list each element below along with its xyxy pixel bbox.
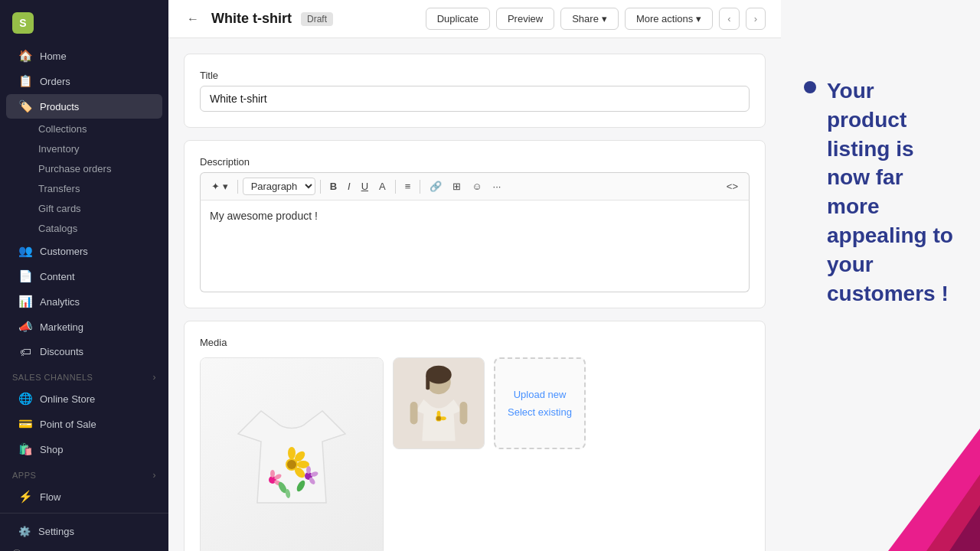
- sidebar-item-analytics[interactable]: 📊 Analytics: [6, 289, 162, 314]
- toolbar-sep-3: [395, 180, 396, 194]
- sidebar-item-pos[interactable]: 💳 Point of Sale: [6, 412, 162, 436]
- sidebar-sub-products: Collections Inventory Purchase orders Tr…: [0, 119, 168, 238]
- sidebar-item-online-store[interactable]: 🌐 Online Store: [6, 386, 162, 411]
- sidebar-item-shop[interactable]: 🛍️ Shop: [6, 437, 162, 461]
- topbar-actions: Duplicate Preview Share ▾ More actions ▾…: [426, 8, 766, 30]
- bold-button[interactable]: B: [325, 178, 341, 194]
- sidebar-settings[interactable]: ⚙️ Settings: [6, 520, 162, 543]
- sidebar: S 🏠 Home 📋 Orders 🏷️ Products Collection…: [0, 0, 168, 551]
- sidebar-item-products[interactable]: 🏷️ Products: [6, 94, 162, 119]
- sidebar-item-home[interactable]: 🏠 Home: [6, 44, 162, 68]
- title-input[interactable]: [200, 86, 750, 112]
- products-icon: 🏷️: [18, 99, 32, 113]
- toolbar-sep-1: [237, 180, 238, 194]
- description-card: Description ✦ ▾ Paragraph B I U A ≡ 🔗: [184, 140, 766, 308]
- sidebar-item-flow-label: Flow: [40, 491, 60, 503]
- analytics-icon: 📊: [18, 295, 32, 308]
- sidebar-item-marketing-label: Marketing: [40, 321, 83, 333]
- nav-next-button[interactable]: ›: [746, 8, 766, 30]
- media-grid: Upload new Select existing: [200, 357, 750, 551]
- share-button[interactable]: Share ▾: [560, 8, 619, 30]
- media-label: Media: [200, 337, 750, 348]
- share-chevron-icon: ▾: [602, 13, 607, 24]
- sidebar-item-content-label: Content: [40, 271, 75, 282]
- underline-button[interactable]: U: [357, 178, 373, 194]
- sidebar-item-orders[interactable]: 📋 Orders: [6, 69, 162, 93]
- model-svg: [394, 357, 484, 449]
- sidebar-item-inventory[interactable]: Inventory: [32, 139, 168, 158]
- media-upload-area[interactable]: Upload new Select existing: [494, 357, 586, 449]
- draft-badge: Draft: [301, 12, 333, 26]
- svg-point-24: [436, 416, 441, 421]
- settings-label: Settings: [38, 526, 74, 537]
- sidebar-item-customers-label: Customers: [40, 246, 88, 257]
- svg-point-23: [440, 416, 446, 420]
- duplicate-button[interactable]: Duplicate: [426, 8, 490, 30]
- svg-rect-25: [410, 402, 418, 425]
- sidebar-item-pos-label: Point of Sale: [40, 419, 96, 430]
- product-form: Title Description ✦ ▾ Paragraph B I U A: [168, 38, 781, 551]
- sidebar-item-purchase-orders[interactable]: Purchase orders: [32, 159, 168, 178]
- sidebar-item-shop-label: Shop: [40, 444, 63, 455]
- sidebar-logo: S: [0, 0, 168, 40]
- nav-prev-button[interactable]: ‹: [719, 8, 739, 30]
- deco-triangles: [796, 429, 980, 551]
- sidebar-item-customers[interactable]: 👥 Customers: [6, 239, 162, 263]
- chevron-right-icon: ›: [153, 372, 157, 383]
- info-icon: ⓘ: [12, 548, 21, 551]
- more-chevron-icon: ▾: [696, 13, 701, 24]
- shop-icon: 🛍️: [18, 442, 32, 456]
- svg-point-22: [437, 411, 441, 417]
- description-toolbar: ✦ ▾ Paragraph B I U A ≡ 🔗 ⊞ ☺ ·: [200, 172, 750, 201]
- back-button[interactable]: ←: [184, 11, 202, 28]
- orders-icon: 📋: [18, 74, 32, 88]
- sidebar-item-flow[interactable]: ⚡ Flow: [6, 484, 162, 509]
- svg-point-11: [306, 466, 311, 474]
- sidebar-footer: ⚙️ Settings ⓘ Non-transferable: [0, 513, 168, 551]
- sidebar-item-transfers[interactable]: Transfers: [32, 179, 168, 198]
- link-button[interactable]: 🔗: [425, 178, 446, 194]
- align-button[interactable]: ≡: [400, 178, 416, 194]
- sidebar-item-discounts-label: Discounts: [40, 346, 83, 357]
- page-title: White t-shirt: [211, 11, 292, 27]
- sidebar-item-gift-cards[interactable]: Gift cards: [32, 199, 168, 218]
- description-editor[interactable]: My awesome product !: [200, 201, 750, 292]
- media-item-floral[interactable]: [200, 357, 384, 551]
- home-icon: 🏠: [18, 49, 32, 63]
- svg-point-19: [426, 366, 451, 384]
- table-button[interactable]: ⊞: [448, 178, 466, 194]
- sidebar-nav: 🏠 Home 📋 Orders 🏷️ Products Collections …: [0, 40, 168, 513]
- svg-rect-20: [426, 375, 430, 390]
- toolbar-sep-4: [420, 180, 420, 194]
- more-button[interactable]: ···: [488, 178, 506, 194]
- sidebar-item-orders-label: Orders: [40, 76, 70, 87]
- deco-svg: [796, 429, 980, 551]
- online-store-icon: 🌐: [18, 392, 32, 406]
- media-item-model[interactable]: [393, 357, 485, 449]
- svg-point-7: [270, 470, 275, 478]
- discounts-icon: 🏷: [18, 345, 32, 358]
- media-card: Media: [184, 321, 766, 551]
- svg-rect-26: [460, 402, 468, 425]
- code-button[interactable]: <>: [722, 178, 743, 194]
- paragraph-select[interactable]: Paragraph: [243, 178, 315, 195]
- sidebar-item-catalogs[interactable]: Catalogs: [32, 219, 168, 238]
- italic-button[interactable]: I: [343, 178, 355, 194]
- toolbar-sep-2: [320, 180, 321, 194]
- select-existing-link[interactable]: Select existing: [508, 406, 572, 418]
- pos-icon: 💳: [18, 417, 32, 431]
- svg-point-1: [288, 447, 296, 459]
- upload-new-link[interactable]: Upload new: [514, 389, 567, 400]
- preview-button[interactable]: Preview: [496, 8, 554, 30]
- more-actions-button[interactable]: More actions ▾: [625, 8, 713, 30]
- text-color-button[interactable]: A: [374, 178, 390, 194]
- sidebar-item-marketing[interactable]: 📣 Marketing: [6, 315, 162, 339]
- emoji-button[interactable]: ☺: [467, 178, 486, 194]
- toolbar-format-btn[interactable]: ✦ ▾: [207, 178, 233, 194]
- sales-channels-label: Sales channels ›: [0, 364, 168, 386]
- main-area: ← White t-shirt Draft Duplicate Preview …: [168, 0, 980, 551]
- sidebar-item-discounts[interactable]: 🏷 Discounts: [6, 340, 162, 364]
- sidebar-item-collections[interactable]: Collections: [32, 119, 168, 139]
- sidebar-item-content[interactable]: 📄 Content: [6, 264, 162, 289]
- sidebar-item-products-label: Products: [40, 101, 79, 112]
